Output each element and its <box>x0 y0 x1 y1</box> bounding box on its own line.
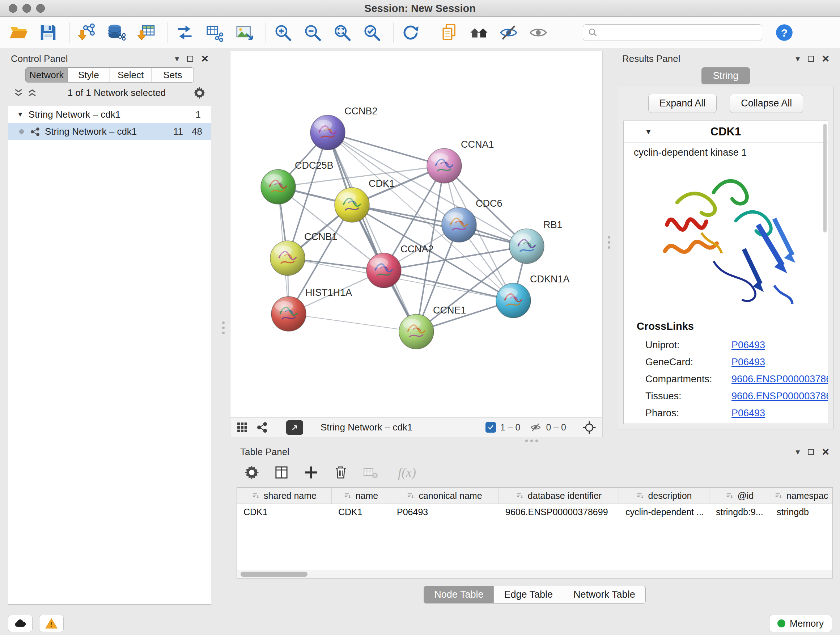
tab-node-table[interactable]: Node Table <box>424 586 494 603</box>
network-collection-row[interactable]: ▼ String Network – cdk1 1 <box>8 106 211 123</box>
network-node-ccna2[interactable]: CCNA2 <box>366 244 434 288</box>
open-session-button[interactable] <box>8 22 29 43</box>
network-node-ccna1[interactable]: CCNA1 <box>427 139 494 183</box>
zoom-out-button[interactable] <box>302 22 323 43</box>
column-header-shared-name[interactable]: shared name <box>237 488 332 504</box>
network-canvas[interactable]: CCNB2CCNA1CDC25BCDK1CDC6RB1CCNB1CCNA2CDK… <box>231 51 602 417</box>
panel-close-icon[interactable]: × <box>822 447 829 456</box>
search-input[interactable] <box>601 27 758 38</box>
panel-float-icon[interactable] <box>808 449 814 455</box>
table-row[interactable]: CDK1 CDK1 P06493 9606.ENSP00000378699 cy… <box>237 504 832 520</box>
home-button[interactable] <box>469 22 489 43</box>
application-window: Session: New Session ? Control <box>0 0 840 635</box>
delete-table-icon[interactable] <box>363 464 378 480</box>
selected-checkbox-icon[interactable] <box>485 422 496 432</box>
birdseye-network-icon[interactable] <box>256 421 268 433</box>
duplicate-document-button[interactable] <box>439 22 460 43</box>
tab-network[interactable]: Network <box>25 67 68 82</box>
network-node-cdk1[interactable]: CDK1 <box>335 178 395 222</box>
tab-string[interactable]: String <box>701 67 750 84</box>
uniprot-link[interactable]: P06493 <box>731 340 765 351</box>
network-node-rb1[interactable]: RB1 <box>509 219 562 264</box>
network-node-hist1h1a[interactable]: HIST1H1A <box>271 287 352 331</box>
table-settings-gear-icon[interactable] <box>244 464 260 480</box>
show-columns-icon[interactable] <box>273 464 289 480</box>
open-in-new-button[interactable] <box>286 420 303 435</box>
compartments-link[interactable]: 9606.ENSP00000378699 <box>731 374 828 385</box>
horizontal-splitter[interactable] <box>525 440 538 442</box>
network-node-ccne1[interactable]: CCNE1 <box>399 305 466 349</box>
network-node-cdkn1a[interactable]: CDKN1A <box>496 274 570 318</box>
zoom-selected-button[interactable] <box>362 22 382 43</box>
column-header-database-identifier[interactable]: database identifier <box>499 488 619 504</box>
clone-network-button[interactable] <box>174 22 195 43</box>
genecard-link[interactable]: P06493 <box>731 356 765 368</box>
tissues-link[interactable]: 9606.ENSP00000378699 <box>731 391 828 402</box>
right-splitter[interactable] <box>608 236 610 249</box>
pharos-link[interactable]: P06493 <box>731 408 765 419</box>
column-header-namespace[interactable]: namespac <box>770 488 832 504</box>
crosshair-icon[interactable] <box>582 420 597 435</box>
expander-icon[interactable]: ▼ <box>17 111 24 119</box>
function-builder-icon[interactable]: f(x) <box>398 465 416 480</box>
cell-database-identifier[interactable]: 9606.ENSP00000378699 <box>499 504 619 520</box>
gear-icon[interactable] <box>193 86 206 100</box>
network-row[interactable]: String Network – cdk1 11 48 <box>8 123 211 140</box>
tab-sets[interactable]: Sets <box>152 67 194 82</box>
cell-name[interactable]: CDK1 <box>332 504 390 520</box>
network-from-table-button[interactable] <box>204 22 225 43</box>
zoom-out-icon <box>303 23 322 42</box>
cell-namespace[interactable]: stringdb <box>770 504 832 520</box>
add-column-icon[interactable] <box>303 464 319 480</box>
tab-select[interactable]: Select <box>110 67 152 82</box>
cell-shared-name[interactable]: CDK1 <box>237 504 332 520</box>
panel-float-icon[interactable] <box>187 56 193 62</box>
panel-float-icon[interactable] <box>808 56 814 62</box>
table-panel-title: Table Panel <box>240 447 289 458</box>
cell-description[interactable]: cyclin-dependent ... <box>619 504 709 520</box>
save-session-button[interactable] <box>38 22 58 43</box>
column-header-canonical-name[interactable]: canonical name <box>390 488 499 504</box>
tab-network-table[interactable]: Network Table <box>563 586 646 603</box>
memory-button[interactable]: Memory <box>769 615 832 632</box>
column-header-name[interactable]: name <box>332 488 390 504</box>
node-label: CDK1 <box>369 178 395 189</box>
import-table-file-button[interactable] <box>136 22 156 43</box>
apply-layout-button[interactable] <box>400 22 421 43</box>
collapse-all-button[interactable]: Collapse All <box>729 94 803 113</box>
scrollbar-thumb[interactable] <box>240 572 308 577</box>
network-node-ccnb1[interactable]: CCNB1 <box>270 231 338 276</box>
warnings-button[interactable] <box>39 615 64 632</box>
zoom-in-button[interactable] <box>272 22 294 43</box>
panel-close-icon[interactable]: × <box>822 54 829 63</box>
search-field[interactable] <box>583 24 762 41</box>
grid-view-icon[interactable] <box>236 421 248 433</box>
column-header-id[interactable]: @id <box>709 488 770 504</box>
panel-menu-icon[interactable]: ▾ <box>175 55 180 63</box>
delete-column-icon[interactable] <box>333 464 349 480</box>
zoom-fit-button[interactable] <box>332 22 353 43</box>
results-scrollbar[interactable] <box>823 124 827 233</box>
tab-edge-table[interactable]: Edge Table <box>494 586 563 603</box>
collapse-all-icon[interactable] <box>13 87 24 98</box>
expand-all-icon[interactable] <box>27 87 38 98</box>
show-graphics-button[interactable] <box>528 22 549 43</box>
export-image-button[interactable] <box>234 22 255 43</box>
help-button[interactable]: ? <box>774 22 795 43</box>
panel-menu-icon[interactable]: ▾ <box>796 55 800 63</box>
import-network-database-button[interactable] <box>106 22 127 43</box>
cell-id[interactable]: stringdb:9... <box>709 504 770 520</box>
cell-canonical-name[interactable]: P06493 <box>390 504 499 520</box>
panel-close-icon[interactable]: × <box>201 54 208 63</box>
column-header-description[interactable]: description <box>619 488 709 504</box>
expand-all-button[interactable]: Expand All <box>648 94 717 113</box>
import-network-file-button[interactable] <box>76 22 97 43</box>
left-splitter[interactable] <box>222 321 225 334</box>
horizontal-scrollbar[interactable] <box>237 570 832 578</box>
hidden-eye-icon[interactable] <box>530 421 542 433</box>
panel-menu-icon[interactable]: ▾ <box>796 448 800 456</box>
collapse-entry-icon[interactable]: ▼ <box>645 127 652 136</box>
cloud-button[interactable] <box>8 615 33 632</box>
tab-style[interactable]: Style <box>68 67 110 82</box>
hide-graphics-button[interactable] <box>498 22 519 43</box>
